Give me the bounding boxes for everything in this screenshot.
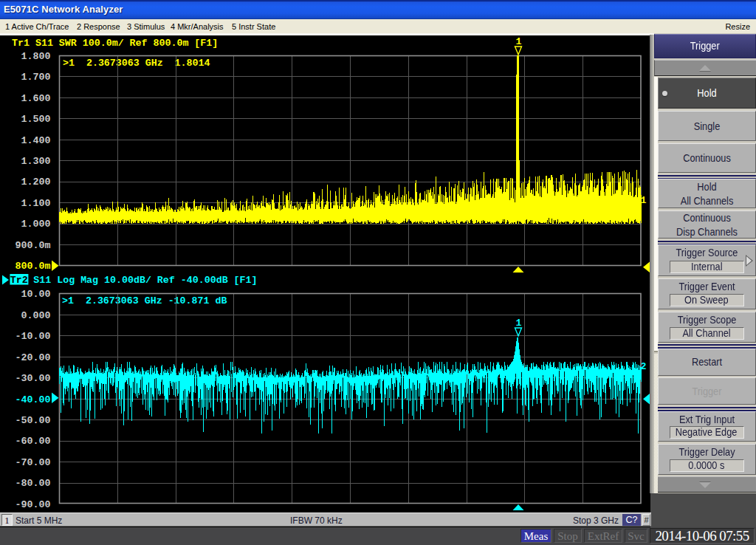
svg-text:900.0m: 900.0m [16, 240, 51, 251]
svg-text:1.200: 1.200 [21, 176, 51, 188]
svg-text:>1 2.3673063 GHz 1.8014: >1 2.3673063 GHz 1.8014 [63, 58, 210, 69]
svg-text:-40.00: -40.00 [16, 394, 51, 405]
svg-text:-50.00: -50.00 [16, 415, 51, 426]
svg-text:-90.00: -90.00 [16, 499, 51, 510]
svg-text:-70.00: -70.00 [16, 457, 51, 468]
svg-text:0.000: 0.000 [21, 310, 51, 321]
svg-text:Tr2: Tr2 [10, 275, 28, 286]
svg-text:1.100: 1.100 [21, 198, 51, 209]
svg-text:-20.00: -20.00 [16, 352, 51, 363]
svg-text:1.400: 1.400 [21, 135, 51, 146]
svg-text:-30.00: -30.00 [16, 373, 51, 384]
svg-text:Tr1 S11 SWR 100.0m/ Ref 800.0m: Tr1 S11 SWR 100.0m/ Ref 800.0m [F1] [12, 38, 218, 49]
svg-text:-80.00: -80.00 [16, 478, 51, 489]
svg-text:10.00: 10.00 [21, 289, 51, 300]
svg-text:1.800: 1.800 [21, 51, 51, 62]
svg-text:-60.00: -60.00 [16, 436, 51, 447]
svg-text:1.500: 1.500 [21, 114, 51, 125]
svg-text:-10.00: -10.00 [16, 331, 51, 342]
svg-text:S11 Log Mag 10.00dB/ Ref -40.0: S11 Log Mag 10.00dB/ Ref -40.00dB [F1] [33, 275, 257, 286]
svg-text:1.700: 1.700 [21, 72, 51, 83]
svg-text:1.000: 1.000 [21, 219, 51, 230]
svg-text:1.600: 1.600 [21, 93, 51, 104]
svg-text:1.300: 1.300 [21, 156, 51, 167]
svg-text:1: 1 [516, 36, 522, 47]
svg-text:1: 1 [516, 318, 522, 329]
svg-text:800.0m: 800.0m [16, 261, 51, 272]
svg-text:>1 2.3673063 GHz -10.871 dB: >1 2.3673063 GHz -10.871 dB [62, 295, 227, 306]
